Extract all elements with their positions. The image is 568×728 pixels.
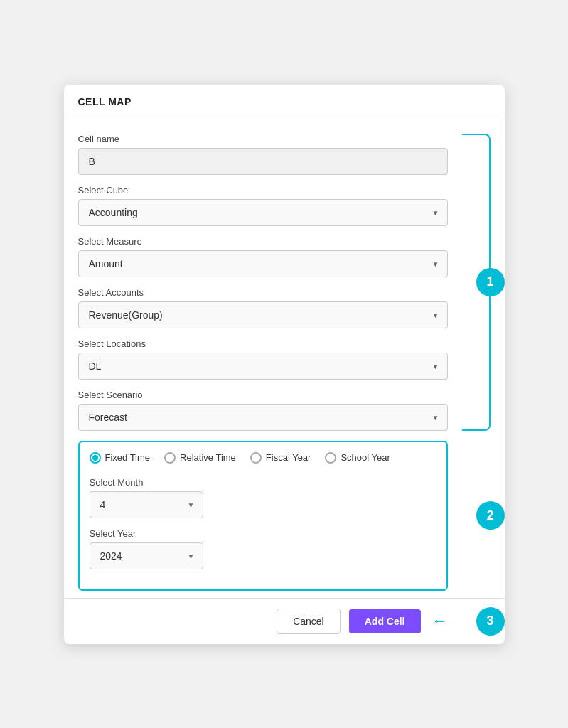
- cell-name-label: Cell name: [78, 134, 448, 144]
- select-month-wrapper: 123 456 789 101112: [90, 491, 203, 518]
- badge-2: 2: [476, 501, 505, 530]
- modal-body: Cell name Select Cube Accounting Finance…: [64, 119, 505, 598]
- section-1-wrapper: Cell name Select Cube Accounting Finance…: [78, 134, 491, 431]
- fiscal-year-label: Fiscal Year: [266, 452, 311, 463]
- select-locations-wrapper: DL NY LA: [78, 353, 448, 380]
- select-year-wrapper: 2022 2023 2024 2025: [90, 542, 203, 569]
- select-scenario-dropdown[interactable]: Forecast Actual Budget: [78, 404, 448, 431]
- select-locations-group: Select Locations DL NY LA: [78, 338, 448, 380]
- select-month-group: Select Month 123 456 789 101112: [90, 477, 436, 518]
- select-locations-label: Select Locations: [78, 338, 448, 349]
- select-scenario-label: Select Scenario: [78, 390, 448, 400]
- fixed-time-option[interactable]: Fixed Time: [90, 452, 151, 464]
- modal-title: CELL MAP: [78, 96, 491, 107]
- badge-3: 3: [476, 607, 505, 636]
- select-month-dropdown[interactable]: 123 456 789 101112: [90, 491, 203, 518]
- modal-header: CELL MAP: [64, 85, 505, 119]
- relative-time-option[interactable]: Relative Time: [164, 452, 236, 464]
- fixed-time-label: Fixed Time: [105, 452, 151, 463]
- cell-name-input[interactable]: [78, 148, 448, 175]
- select-cube-wrapper: Accounting Finance HR: [78, 199, 448, 226]
- select-cube-label: Select Cube: [78, 185, 448, 196]
- fiscal-year-option[interactable]: Fiscal Year: [250, 452, 311, 464]
- relative-time-label: Relative Time: [180, 452, 236, 463]
- select-cube-dropdown[interactable]: Accounting Finance HR: [78, 199, 448, 226]
- add-cell-button[interactable]: Add Cell: [349, 609, 421, 633]
- select-month-label: Select Month: [90, 477, 436, 488]
- cell-map-modal: CELL MAP Cell name Select Cube Accountin…: [64, 85, 505, 644]
- select-measure-group: Select Measure Amount Budget Actual: [78, 236, 448, 277]
- cell-name-group: Cell name: [78, 134, 448, 175]
- time-selection-box: Fixed Time Relative Time Fiscal Year Sch…: [78, 441, 448, 591]
- select-measure-label: Select Measure: [78, 236, 448, 247]
- relative-time-radio[interactable]: [164, 452, 176, 464]
- modal-footer: Cancel Add Cell ← 3: [64, 598, 505, 644]
- select-scenario-wrapper: Forecast Actual Budget: [78, 404, 448, 431]
- badge-1: 1: [476, 268, 505, 296]
- select-locations-dropdown[interactable]: DL NY LA: [78, 353, 448, 380]
- select-accounts-wrapper: Revenue(Group) Expenses(Group) Assets: [78, 301, 448, 328]
- select-year-group: Select Year 2022 2023 2024 2025: [90, 528, 436, 569]
- cancel-button[interactable]: Cancel: [277, 609, 341, 634]
- arrow-icon: ←: [432, 612, 448, 631]
- time-radio-group: Fixed Time Relative Time Fiscal Year Sch…: [90, 452, 436, 467]
- school-year-option[interactable]: School Year: [325, 452, 390, 464]
- select-cube-group: Select Cube Accounting Finance HR: [78, 185, 448, 226]
- select-year-label: Select Year: [90, 528, 436, 539]
- footer-wrapper: Cancel Add Cell ← 3: [277, 609, 490, 634]
- select-accounts-group: Select Accounts Revenue(Group) Expenses(…: [78, 287, 448, 328]
- select-scenario-group: Select Scenario Forecast Actual Budget: [78, 390, 448, 431]
- fixed-time-radio[interactable]: [90, 452, 101, 464]
- select-year-dropdown[interactable]: 2022 2023 2024 2025: [90, 542, 203, 569]
- fiscal-year-radio[interactable]: [250, 452, 262, 464]
- select-measure-wrapper: Amount Budget Actual: [78, 250, 448, 277]
- school-year-radio[interactable]: [325, 452, 336, 464]
- school-year-label: School Year: [341, 452, 390, 463]
- select-accounts-label: Select Accounts: [78, 287, 448, 298]
- section-2-wrapper: Fixed Time Relative Time Fiscal Year Sch…: [78, 441, 491, 591]
- select-measure-dropdown[interactable]: Amount Budget Actual: [78, 250, 448, 277]
- select-accounts-dropdown[interactable]: Revenue(Group) Expenses(Group) Assets: [78, 301, 448, 328]
